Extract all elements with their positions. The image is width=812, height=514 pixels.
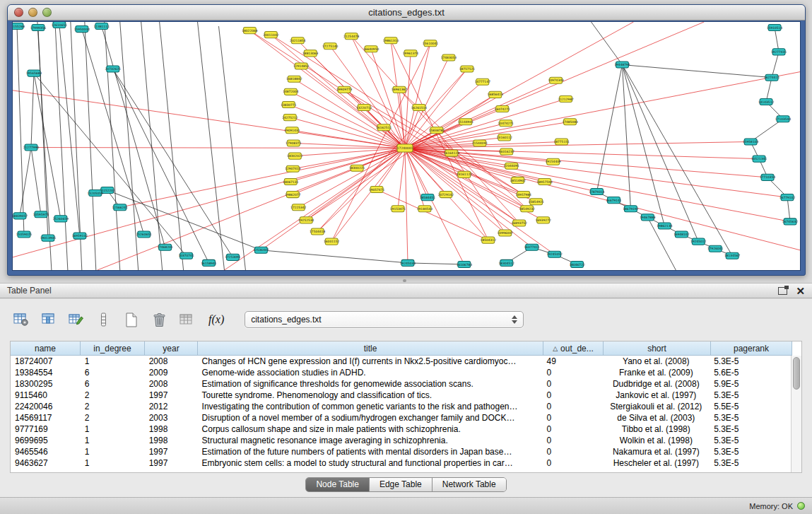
network-node[interactable]: 19862077 [285, 192, 301, 198]
network-node[interactable]: 15958103 [743, 139, 759, 145]
network-node[interactable]: 18679192 [623, 206, 639, 212]
network-node[interactable]: 19245052 [546, 251, 563, 257]
column-header-pagerank[interactable]: pagerank [711, 341, 792, 356]
function-builder-button[interactable]: f(x) [204, 313, 228, 326]
float-panel-icon[interactable] [778, 287, 787, 295]
column-header-out_de[interactable]: △out_de... [543, 341, 604, 356]
network-node[interactable]: 12610651 [52, 22, 68, 28]
network-node[interactable]: 16016237 [499, 148, 515, 155]
network-node[interactable]: 17908371 [286, 140, 302, 146]
network-node[interactable]: 13220712 [356, 104, 372, 110]
network-node[interactable]: 20011042 [263, 32, 279, 38]
delete-column-button[interactable] [149, 310, 169, 329]
network-node[interactable]: 16162511 [376, 124, 392, 131]
table-row[interactable]: 2242004622012Investigating the contribut… [11, 401, 791, 412]
table-row[interactable]: 946362711997Embryonic stem cells: a mode… [11, 457, 791, 469]
network-node[interactable]: 17710354 [760, 174, 776, 180]
network-node[interactable]: 17999356 [30, 25, 47, 31]
network-node[interactable]: 17504418 [310, 228, 326, 235]
network-node[interactable]: 23160112 [497, 134, 513, 141]
network-node[interactable]: 15910514 [767, 25, 783, 31]
network-node[interactable]: 16074271 [495, 106, 511, 112]
network-node[interactable]: 15854921 [529, 199, 545, 205]
network-node[interactable]: 21212987 [558, 95, 574, 102]
network-node[interactable]: 17468201 [157, 244, 173, 250]
network-node[interactable]: 19909773 [336, 86, 353, 93]
network-node[interactable]: 11381111 [94, 23, 110, 30]
network-node[interactable]: 13830771 [281, 101, 297, 107]
network-node[interactable]: 16001152 [324, 238, 340, 245]
network-node[interactable]: 25260659 [53, 216, 69, 222]
table-row[interactable]: 911546021997Tourette syndrome. Phenomeno… [11, 390, 791, 401]
network-node[interactable]: 14777147 [475, 78, 491, 85]
network-node[interactable]: 15205059 [88, 190, 104, 197]
network-node[interactable]: 16640950 [363, 46, 379, 52]
network-node[interactable]: 15059025 [16, 231, 33, 238]
network-node[interactable]: 19861310 [383, 37, 399, 44]
zoom-window-button[interactable] [42, 8, 52, 17]
network-node[interactable]: 17483053 [441, 54, 457, 61]
network-node[interactable]: 16164123 [444, 150, 460, 156]
network-node[interactable]: 12536407 [253, 247, 269, 253]
network-node[interactable]: 19154409 [545, 158, 561, 165]
network-node[interactable]: 16158941 [201, 259, 217, 266]
network-node[interactable]: 16106783 [457, 261, 473, 267]
network-node[interactable]: 15144901 [458, 119, 474, 125]
network-node[interactable]: 18302022 [287, 153, 303, 159]
network-node[interactable]: 18022068 [242, 28, 258, 34]
table-scrollbar[interactable] [791, 356, 801, 472]
network-node[interactable]: 17879314 [589, 189, 605, 195]
network-node[interactable]: 25260651 [136, 231, 153, 238]
column-header-in_degree[interactable]: in_degree [81, 341, 145, 356]
network-node[interactable]: 12907413 [285, 165, 301, 172]
network-node[interactable]: 14872004 [283, 88, 299, 95]
network-node[interactable]: 18775151 [553, 139, 570, 145]
network-node[interactable]: 18584451 [420, 194, 436, 201]
table-row[interactable]: 1938455462009Genome-wide association stu… [11, 367, 791, 378]
column-display-button[interactable] [39, 310, 59, 329]
network-node[interactable]: 16261514 [411, 104, 428, 110]
table-options-button[interactable] [11, 310, 31, 329]
network-node[interactable]: 16939272 [535, 217, 551, 223]
network-node[interactable]: 16155268 [13, 23, 25, 30]
network-node[interactable]: 18134567 [724, 252, 741, 259]
table-row[interactable]: 1872400712008Changes of HCN gene express… [11, 356, 791, 367]
network-node[interactable]: 18504312 [481, 237, 497, 243]
network-node[interactable]: 19565683 [26, 70, 42, 76]
network-node[interactable]: 21544091 [472, 140, 488, 146]
network-node[interactable]: 16959102 [72, 233, 88, 239]
network-node[interactable]: 16818842 [286, 76, 302, 82]
network-node[interactable]: 18549232 [519, 206, 536, 212]
network-node[interactable]: 16679141 [606, 197, 622, 204]
network-node[interactable]: 18757521 [459, 66, 476, 72]
network-node[interactable]: 20211854 [290, 37, 306, 44]
network-node[interactable]: 19057471 [369, 186, 385, 192]
column-header-year[interactable]: year [145, 341, 198, 356]
network-node[interactable]: 19448794 [614, 62, 630, 68]
network-node[interactable]: 18304512 [499, 259, 515, 266]
network-node[interactable]: 14957984 [516, 192, 532, 198]
network-node[interactable]: 20732625 [105, 66, 122, 72]
network-node[interactable]: 16745632 [782, 218, 799, 225]
network-node[interactable]: 18067131 [283, 178, 299, 185]
network-node[interactable]: 16377411 [524, 244, 541, 250]
network-node[interactable]: 16948102 [673, 231, 690, 238]
panel-divider[interactable] [0, 277, 812, 283]
column-header-name[interactable]: name [11, 341, 81, 356]
table-row[interactable]: 946554611997Estimation of the future num… [11, 446, 791, 457]
network-node[interactable]: 24275212 [282, 115, 298, 121]
network-node[interactable]: 17485083 [562, 119, 578, 125]
network-node[interactable]: 18300221 [349, 165, 365, 171]
table-row[interactable]: 1830029562008Estimation of significance … [11, 378, 791, 390]
column-header-title[interactable]: title [198, 341, 543, 356]
tab-node-table[interactable]: Node Table [306, 478, 370, 491]
network-node[interactable]: 16893752 [512, 220, 528, 226]
network-node[interactable]: 17103544 [775, 116, 792, 122]
new-column-button[interactable] [122, 310, 141, 329]
network-node[interactable]: 17225342 [290, 204, 307, 211]
network-node[interactable]: 16779102 [779, 194, 796, 201]
network-node[interactable]: 19277431 [771, 49, 787, 55]
close-panel-icon[interactable]: ✕ [796, 287, 805, 295]
network-node[interactable]: 16856413 [488, 91, 504, 98]
network-node[interactable]: 10474271 [498, 120, 514, 127]
